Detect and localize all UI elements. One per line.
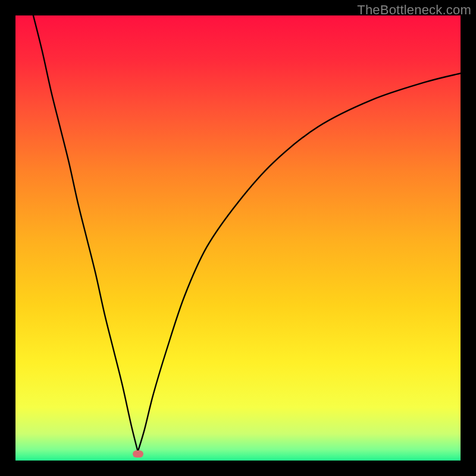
plot-area — [15, 15, 461, 461]
chart-canvas: TheBottleneck.com — [0, 0, 476, 476]
gradient-background — [15, 15, 461, 461]
minimum-marker — [133, 450, 143, 458]
watermark-text: TheBottleneck.com — [357, 2, 471, 18]
plot-svg — [15, 15, 461, 461]
